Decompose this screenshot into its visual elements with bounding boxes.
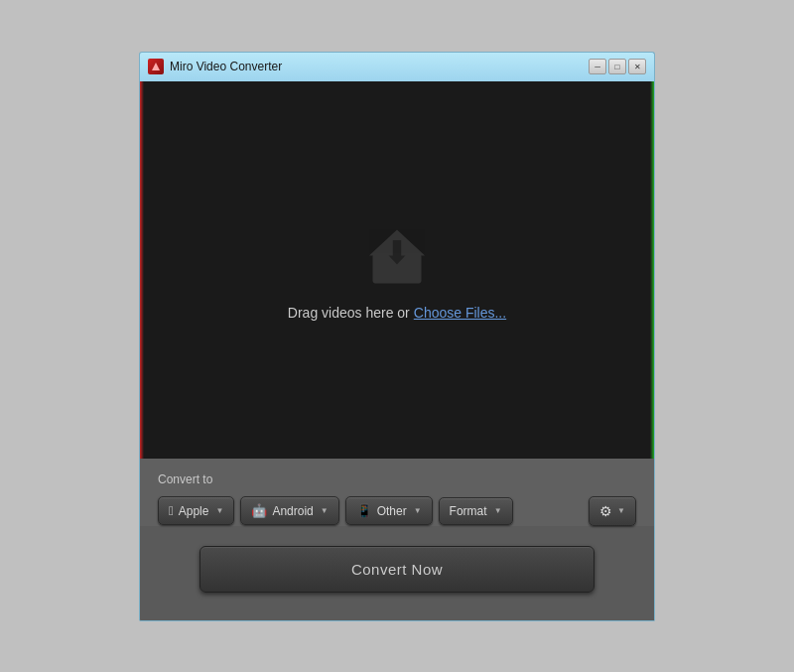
gear-icon: ⚙ <box>599 503 612 519</box>
drag-label: Drag videos here or <box>288 305 410 321</box>
gear-dropdown-arrow: ▼ <box>617 506 625 515</box>
title-bar-controls: ─ □ ✕ <box>589 59 646 74</box>
format-dropdown-arrow: ▼ <box>494 506 502 515</box>
close-button[interactable]: ✕ <box>628 59 646 74</box>
title-bar-left: Miro Video Converter <box>148 59 282 74</box>
other-button[interactable]: 📱 Other ▼ <box>345 496 433 525</box>
drop-area[interactable]: Drag videos here or Choose Files... <box>140 81 654 459</box>
other-label: Other <box>377 504 407 518</box>
format-button[interactable]: Format ▼ <box>439 497 513 525</box>
controls-area: Convert to  Apple ▼ 🤖 Android ▼ 📱 O <box>140 459 654 526</box>
app-window: Miro Video Converter ─ □ ✕ <box>139 52 655 621</box>
window-body: Drag videos here or Choose Files... Conv… <box>139 81 655 621</box>
android-button[interactable]: 🤖 Android ▼ <box>240 496 338 525</box>
title-bar: Miro Video Converter ─ □ ✕ <box>139 52 655 81</box>
drop-text: Drag videos here or Choose Files... <box>288 305 506 321</box>
settings-button[interactable]: ⚙ ▼ <box>589 496 636 526</box>
drop-area-wrapper: Drag videos here or Choose Files... <box>140 81 654 459</box>
android-label: Android <box>272 504 313 518</box>
apple-button[interactable]:  Apple ▼ <box>158 496 234 525</box>
apple-icon:  <box>169 503 174 518</box>
convert-to-label: Convert to <box>158 472 636 486</box>
app-icon <box>148 59 164 74</box>
choose-files-link[interactable]: Choose Files... <box>414 305 506 321</box>
device-buttons-row:  Apple ▼ 🤖 Android ▼ 📱 Other ▼ <box>158 496 636 526</box>
drop-icon <box>362 219 432 289</box>
other-icon: 📱 <box>356 503 372 518</box>
window-title: Miro Video Converter <box>170 60 282 73</box>
android-icon: 🤖 <box>251 503 267 518</box>
convert-now-area: Convert Now <box>140 526 654 620</box>
other-dropdown-arrow: ▼ <box>414 506 422 515</box>
android-dropdown-arrow: ▼ <box>321 506 329 515</box>
convert-now-button[interactable]: Convert Now <box>199 546 595 593</box>
apple-label: Apple <box>179 504 209 518</box>
apple-dropdown-arrow: ▼ <box>215 506 223 515</box>
format-label: Format <box>450 504 487 518</box>
maximize-button[interactable]: □ <box>608 59 626 74</box>
minimize-button[interactable]: ─ <box>589 59 606 74</box>
